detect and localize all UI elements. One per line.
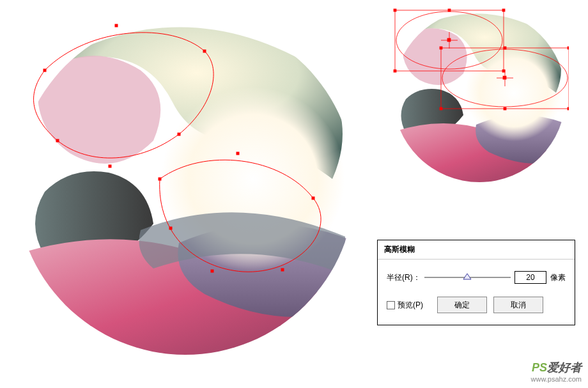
cancel-button[interactable]: 取消 xyxy=(493,297,543,313)
svg-rect-26 xyxy=(394,9,396,12)
main-canvas-artwork xyxy=(13,13,358,358)
svg-rect-34 xyxy=(440,107,442,110)
svg-rect-13 xyxy=(169,227,172,229)
ok-button[interactable]: 确定 xyxy=(437,297,487,313)
dialog-title: 高斯模糊 xyxy=(378,240,575,260)
svg-rect-10 xyxy=(312,197,314,199)
svg-rect-32 xyxy=(504,47,506,49)
svg-rect-2 xyxy=(43,69,46,72)
svg-rect-7 xyxy=(56,139,59,142)
preview-checkbox[interactable] xyxy=(387,301,395,309)
watermark-brand-rest: 爱好者 xyxy=(547,361,582,374)
svg-rect-35 xyxy=(504,107,506,110)
svg-rect-29 xyxy=(394,70,396,72)
svg-rect-31 xyxy=(440,47,442,49)
svg-rect-5 xyxy=(178,133,180,136)
radius-slider[interactable] xyxy=(424,277,511,278)
svg-rect-33 xyxy=(568,47,569,49)
radius-row: 半径(R)： 像素 xyxy=(387,271,566,284)
svg-rect-36 xyxy=(568,107,569,110)
unit-label: 像素 xyxy=(550,272,566,283)
svg-rect-8 xyxy=(159,178,161,180)
preview-checkbox-wrap[interactable]: 预览(P) xyxy=(387,300,423,311)
svg-rect-4 xyxy=(203,50,206,52)
watermark-url: www.psahz.com xyxy=(531,375,582,383)
svg-rect-25 xyxy=(503,76,506,79)
svg-rect-20 xyxy=(447,38,451,42)
svg-rect-11 xyxy=(281,268,284,271)
thumbnail-canvas-artwork xyxy=(390,6,569,185)
slider-thumb-icon[interactable] xyxy=(463,273,472,282)
radius-label: 半径(R)： xyxy=(387,272,421,283)
svg-rect-12 xyxy=(211,270,213,272)
gaussian-blur-dialog: 高斯模糊 半径(R)： 像素 预览(P) 确定 取消 xyxy=(377,240,575,325)
radius-input[interactable] xyxy=(514,271,546,284)
watermark-brand-ps: PS xyxy=(532,361,547,374)
svg-rect-28 xyxy=(502,9,505,12)
svg-rect-3 xyxy=(115,24,118,27)
svg-rect-27 xyxy=(448,9,451,12)
svg-point-15 xyxy=(441,32,562,153)
preview-label: 预览(P) xyxy=(398,300,423,311)
watermark: PS爱好者 www.psahz.com xyxy=(531,360,582,383)
svg-rect-30 xyxy=(502,70,505,72)
svg-marker-37 xyxy=(463,274,471,279)
svg-rect-9 xyxy=(236,152,239,155)
svg-rect-6 xyxy=(109,165,111,167)
